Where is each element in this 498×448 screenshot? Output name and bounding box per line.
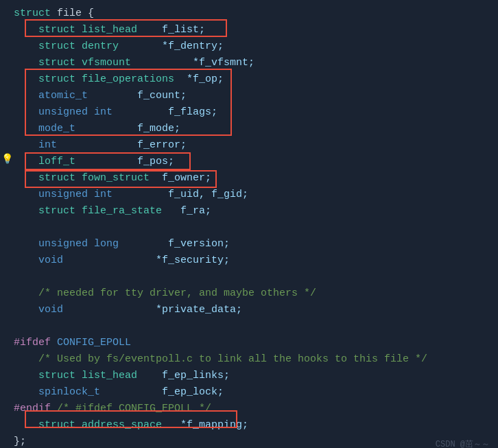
code-line-16: void *f_security; xyxy=(0,252,498,269)
code-line-26: struct address_space *f_mapping; xyxy=(0,417,498,434)
lightbulb-icon: 💡 xyxy=(1,152,13,167)
code-line-12: unsigned int f_uid, f_gid; xyxy=(0,187,498,203)
code-line-7: unsigned int f_flags; xyxy=(0,104,498,121)
code-line-20 xyxy=(0,318,498,335)
code-line-5: struct file_operations *f_op; xyxy=(0,71,498,88)
code-line-8: mode_t f_mode; xyxy=(0,121,498,137)
code-block: 💡 struct file { struct list_head f_list;… xyxy=(0,0,498,448)
code-line-2: struct list_head f_list; xyxy=(0,22,498,38)
code-line-22: /* Used by fs/eventpoll.c to link all th… xyxy=(0,351,498,368)
code-line-6: atomic_t f_count; xyxy=(0,88,498,104)
code-line-14 xyxy=(0,220,498,236)
code-line-15: unsigned long f_version; xyxy=(0,236,498,252)
code-line-19: void *private_data; xyxy=(0,302,498,318)
code-line-24: spinlock_t f_ep_lock; xyxy=(0,384,498,401)
code-line-4: struct vfsmount *f_vfsmnt; xyxy=(0,55,498,71)
watermark: CSDN @茁～～ xyxy=(436,438,490,448)
code-line-17 xyxy=(0,269,498,285)
code-line-21: #ifdef CONFIG_EPOLL xyxy=(0,335,498,351)
code-line-10: loff_t f_pos; xyxy=(0,154,498,170)
code-line-9: int f_error; xyxy=(0,137,498,154)
keyword-struct: struct xyxy=(14,5,51,21)
code-line-3: struct dentry *f_dentry; xyxy=(0,38,498,55)
code-line-1: struct file { xyxy=(0,5,498,22)
code-line-11: struct fown_struct f_owner; xyxy=(0,170,498,187)
code-line-25: #endif /* #ifdef CONFIG_EPOLL */ xyxy=(0,401,498,417)
code-line-13: struct file_ra_state f_ra; xyxy=(0,203,498,220)
code-line-23: struct list_head f_ep_links; xyxy=(0,368,498,384)
code-line-18: /* needed for tty driver, and maybe othe… xyxy=(0,285,498,302)
code-line-27: }; xyxy=(0,434,498,448)
